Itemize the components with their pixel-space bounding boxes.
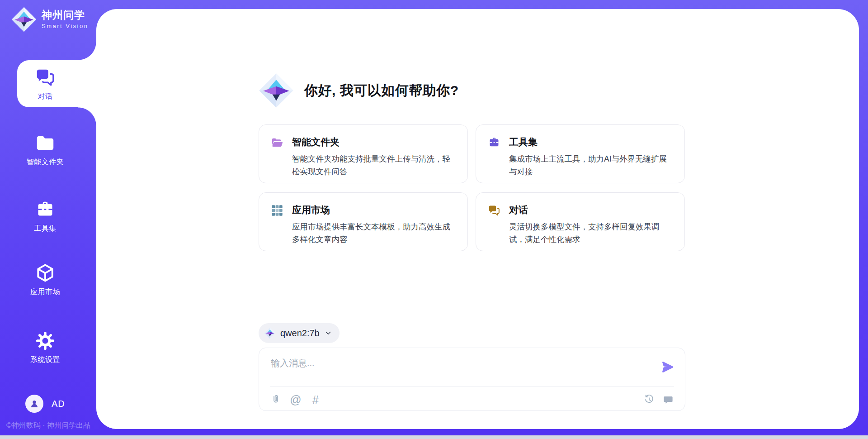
sidebar-item-app-market[interactable]: 应用市场 <box>0 262 90 297</box>
brand-diamond-icon <box>11 6 37 33</box>
greeting-title: 你好, 我可以如何帮助你? <box>304 81 459 100</box>
sidebar-item-label: 工具集 <box>34 224 57 234</box>
history-button[interactable] <box>643 394 655 406</box>
sidebar-item-label: 应用市场 <box>30 287 60 297</box>
brand-subtitle: Smart Vision <box>42 23 88 29</box>
feature-cards: 智能文件夹 智能文件夹功能支持批量文件上传与清洗，轻松实现文件问答 工具集 集成… <box>259 124 685 251</box>
mention-button[interactable]: @ <box>290 394 302 406</box>
active-nav-curve-bottom <box>78 107 96 125</box>
hash-icon: # <box>312 394 319 406</box>
chevron-down-icon <box>324 329 332 337</box>
brand-logo: 神州问学 Smart Vision <box>11 6 88 33</box>
main-panel: 你好, 我可以如何帮助你? 智能文件夹 智能文件夹功能支持批量文件上传与清洗，轻… <box>96 9 859 429</box>
folder-open-icon <box>271 136 283 149</box>
card-smart-folder[interactable]: 智能文件夹 智能文件夹功能支持批量文件上传与清洗，轻松实现文件问答 <box>259 124 468 183</box>
sidebar-item-settings[interactable]: 系统设置 <box>0 330 90 365</box>
history-icon <box>644 394 655 405</box>
folder-icon <box>35 133 56 153</box>
topic-button[interactable]: # <box>310 394 321 406</box>
composer-divider <box>270 386 674 387</box>
gear-icon <box>35 330 56 351</box>
new-chat-button[interactable] <box>662 394 674 406</box>
cube-icon <box>35 262 56 283</box>
chat-icon <box>35 67 56 88</box>
card-description: 应用市场提供丰富长文本模板，助力高效生成多样化文章内容 <box>292 220 457 246</box>
card-title: 工具集 <box>509 136 674 148</box>
card-description: 集成市场上主流工具，助力AI与外界无缝扩展与对接 <box>509 153 674 178</box>
sidebar-item-chat[interactable]: 对话 <box>0 67 90 101</box>
composer-toolbar: @ # <box>270 391 674 409</box>
send-icon[interactable] <box>660 360 675 374</box>
greeting: 你好, 我可以如何帮助你? <box>258 72 459 109</box>
model-name: qwen2:7b <box>280 328 320 339</box>
attach-file-button[interactable] <box>270 394 282 406</box>
paperclip-icon <box>270 394 281 405</box>
model-selector[interactable]: qwen2:7b <box>259 323 340 343</box>
sidebar: 神州问学 Smart Vision 对话 智能文件夹 工具集 应用市场 系统设置… <box>0 0 96 435</box>
sidebar-item-label: 对话 <box>38 92 53 101</box>
card-toolset[interactable]: 工具集 集成市场上主流工具，助力AI与外界无缝扩展与对接 <box>476 124 685 183</box>
user-account[interactable]: AD <box>25 395 65 413</box>
card-title: 对话 <box>509 204 674 216</box>
sidebar-item-toolset[interactable]: 工具集 <box>0 199 90 234</box>
composer-toolbar-right <box>643 394 674 406</box>
sidebar-item-label: 智能文件夹 <box>27 157 64 167</box>
toolbox-icon <box>35 199 56 220</box>
active-nav-curve-top <box>78 42 96 60</box>
model-diamond-icon <box>264 327 276 339</box>
user-name: AD <box>52 399 65 409</box>
card-title: 应用市场 <box>292 204 457 216</box>
card-chat[interactable]: 对话 灵活切换多模型文件，支持多样回复效果调试，满足个性化需求 <box>476 192 685 251</box>
assistant-diamond-icon <box>258 72 294 109</box>
card-title: 智能文件夹 <box>292 136 457 148</box>
person-icon <box>28 398 40 410</box>
brand-name: 神州问学 <box>42 10 88 21</box>
message-composer: @ # <box>259 348 685 411</box>
toolbox-icon <box>488 136 500 149</box>
avatar <box>25 395 43 413</box>
grid-icon <box>271 204 283 217</box>
card-description: 智能文件夹功能支持批量文件上传与清洗，轻松实现文件问答 <box>292 153 457 178</box>
chat-bubble-icon <box>663 394 674 405</box>
copyright-footer: ©神州数码 · 神州问学出品 <box>6 421 90 430</box>
sidebar-item-smart-folder[interactable]: 智能文件夹 <box>0 133 90 167</box>
card-description: 灵活切换多模型文件，支持多样回复效果调试，满足个性化需求 <box>509 220 674 246</box>
chat-icon <box>488 204 500 217</box>
message-input[interactable] <box>270 356 656 383</box>
at-icon: @ <box>290 394 301 406</box>
card-app-market[interactable]: 应用市场 应用市场提供丰富长文本模板，助力高效生成多样化文章内容 <box>259 192 468 251</box>
sidebar-item-label: 系统设置 <box>30 355 60 365</box>
